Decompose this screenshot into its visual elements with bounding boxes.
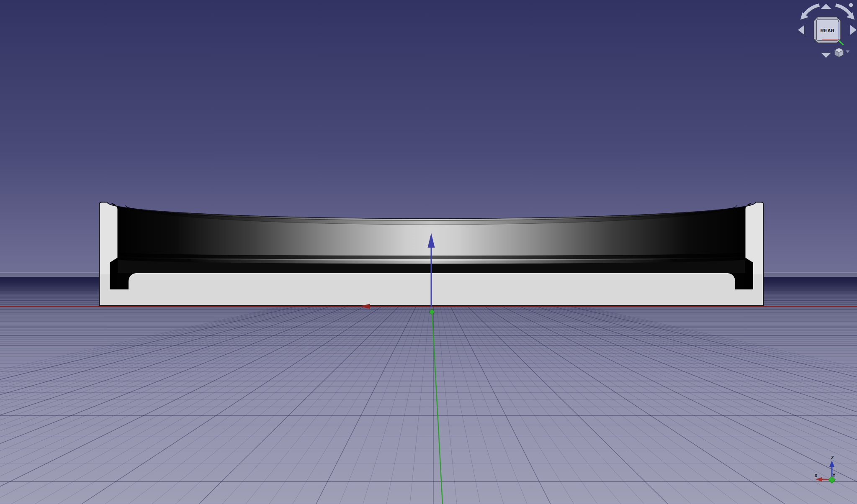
scene-svg: REAR X Y Z	[0, 0, 857, 504]
cad-3d-viewport[interactable]: REAR X Y Z	[0, 0, 857, 504]
nav-cube-face-label[interactable]: REAR	[821, 28, 835, 33]
indicator-y-label: Y	[832, 473, 836, 478]
corner-dot-button[interactable]	[849, 3, 853, 7]
indicator-z-label: Z	[831, 455, 834, 460]
origin-point-ball[interactable]	[430, 310, 434, 314]
indicator-x-label: X	[814, 473, 818, 478]
